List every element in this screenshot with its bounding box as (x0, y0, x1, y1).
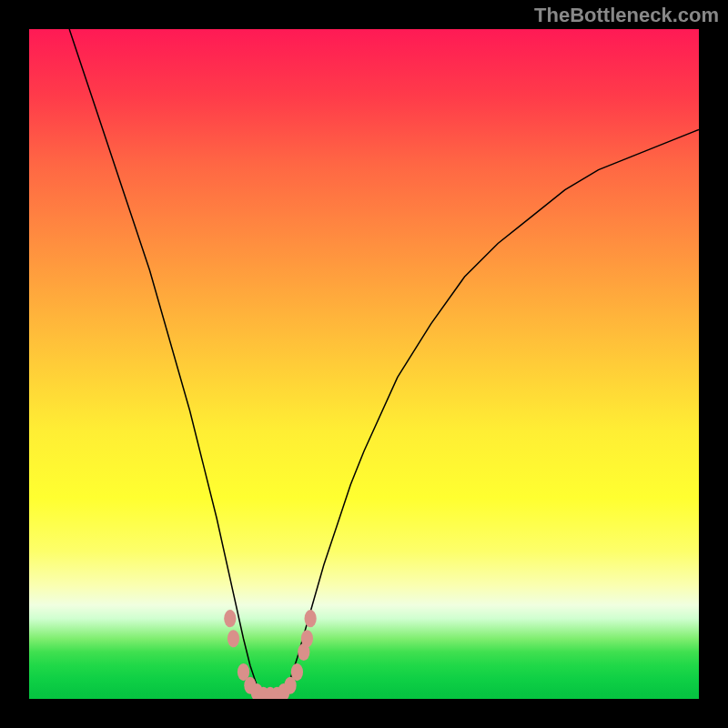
plot-area (29, 29, 699, 699)
marker-dot (304, 610, 316, 627)
bottleneck-curve-line (69, 29, 699, 699)
marker-dot (228, 630, 239, 647)
watermark-text: TheBottleneck.com (534, 4, 719, 27)
chart-container: TheBottleneck.com (0, 0, 728, 728)
marker-dot (291, 663, 303, 681)
highlight-markers (224, 610, 317, 699)
chart-svg (29, 29, 699, 699)
marker-dot (224, 610, 236, 627)
marker-dot (301, 630, 313, 647)
